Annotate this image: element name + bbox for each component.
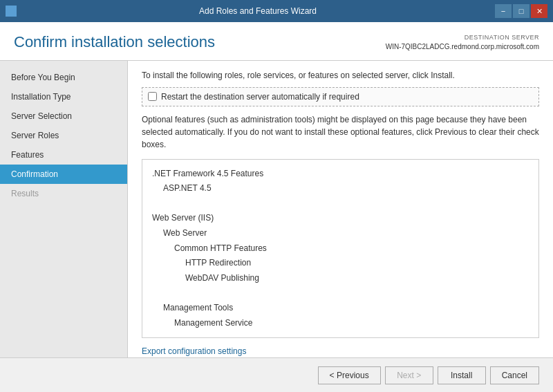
- sidebar-item-installation-type[interactable]: Installation Type: [0, 87, 127, 106]
- maximize-button[interactable]: □: [513, 4, 529, 18]
- main-panel: To install the following roles, role ser…: [128, 61, 553, 357]
- window-controls: − □ ✕: [495, 4, 547, 18]
- features-box: .NET Framework 4.5 Features ASP.NET 4.5 …: [142, 159, 539, 339]
- optional-text: Optional features (such as administratio…: [142, 113, 539, 151]
- instruction-text: To install the following roles, role ser…: [142, 71, 539, 80]
- wizard-content: Before You Begin Installation Type Serve…: [0, 61, 553, 357]
- sidebar-item-confirmation[interactable]: Confirmation: [0, 165, 127, 184]
- close-button[interactable]: ✕: [531, 4, 547, 18]
- feature-webdav: WebDAV Publishing: [152, 271, 529, 286]
- feature-http-redirect: HTTP Redirection: [152, 256, 529, 271]
- previous-button[interactable]: < Previous: [318, 366, 381, 384]
- title-bar: Add Roles and Features Wizard − □ ✕: [0, 0, 553, 22]
- feature-mgmt-service: Management Service: [152, 316, 529, 331]
- window-icon: [6, 6, 17, 17]
- feature-web-server: Web Server: [152, 226, 529, 241]
- destination-server-info: DESTINATION SERVER WIN-7QIBC2LADCG.redmo…: [386, 33, 539, 52]
- sidebar-item-server-selection[interactable]: Server Selection: [0, 106, 127, 126]
- feature-mgmt-tools: Management Tools: [152, 301, 529, 316]
- destination-server-label: DESTINATION SERVER: [386, 33, 539, 42]
- install-button[interactable]: Install: [438, 366, 486, 384]
- feature-web-server-iis: Web Server (IIS): [152, 211, 529, 226]
- restart-option-container[interactable]: Restart the destination server automatic…: [142, 87, 539, 106]
- cancel-button[interactable]: Cancel: [490, 366, 539, 384]
- window-title: Add Roles and Features Wizard: [21, 6, 495, 16]
- server-name: WIN-7QIBC2LADCG.redmond.corp.microsoft.c…: [386, 42, 539, 52]
- next-button[interactable]: Next >: [385, 366, 433, 384]
- export-config-link[interactable]: Export configuration settings: [142, 346, 539, 356]
- sidebar: Before You Begin Installation Type Serve…: [0, 61, 128, 357]
- sidebar-item-features[interactable]: Features: [0, 145, 127, 165]
- wizard-footer: < Previous Next > Install Cancel: [0, 357, 553, 392]
- page-title: Confirm installation selections: [14, 33, 215, 51]
- restart-checkbox[interactable]: [148, 92, 157, 101]
- feature-common-http: Common HTTP Features: [152, 241, 529, 256]
- sidebar-item-results: Results: [0, 184, 127, 203]
- sidebar-item-server-roles[interactable]: Server Roles: [0, 126, 127, 145]
- minimize-button[interactable]: −: [495, 4, 512, 18]
- feature-spacer1: [152, 196, 529, 212]
- restart-label: Restart the destination server automatic…: [161, 92, 359, 102]
- wizard-header: Confirm installation selections DESTINAT…: [0, 22, 553, 61]
- wizard-body: Confirm installation selections DESTINAT…: [0, 22, 553, 392]
- sidebar-item-before-you-begin[interactable]: Before You Begin: [0, 68, 127, 87]
- feature-spacer2: [152, 286, 529, 301]
- feature-aspnet: ASP.NET 4.5: [152, 181, 529, 196]
- feature-net-framework: .NET Framework 4.5 Features: [152, 167, 529, 182]
